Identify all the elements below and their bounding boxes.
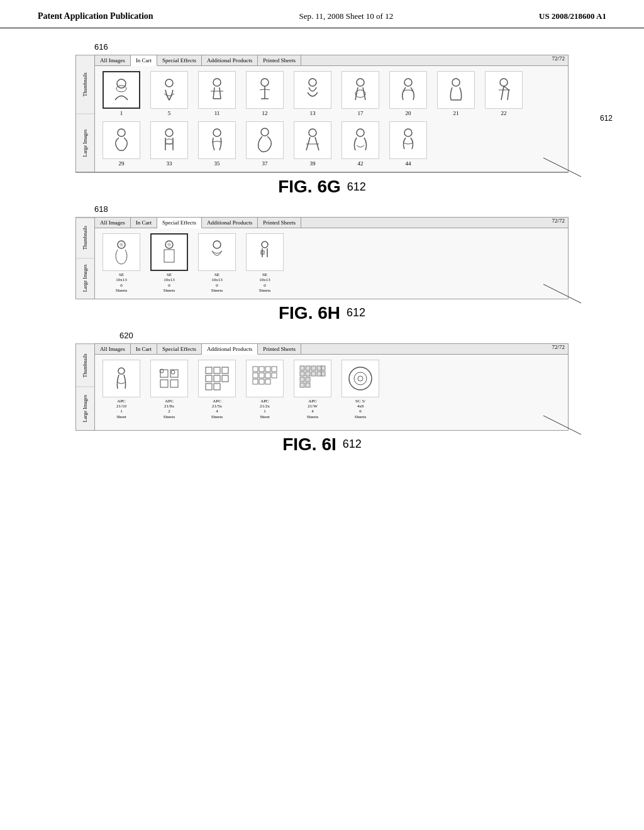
thumb-apc-2: APC21/8x2Sheets bbox=[148, 360, 191, 420]
thumb-22: 22 bbox=[482, 71, 525, 116]
tab-special-effects-6g[interactable]: Special Effects bbox=[157, 55, 202, 65]
svg-rect-38 bbox=[222, 367, 228, 374]
thumb-img-22 bbox=[485, 71, 523, 109]
thumb-39: 39 bbox=[291, 121, 334, 167]
svg-point-14 bbox=[213, 129, 221, 136]
thumb-img-37 bbox=[246, 121, 284, 159]
svg-point-71 bbox=[358, 376, 363, 381]
callout-616: 616 bbox=[94, 42, 108, 52]
tab-printed-sheets-6i[interactable]: Printed Sheets bbox=[258, 344, 301, 354]
svg-rect-34 bbox=[160, 380, 168, 387]
sidebar-6h: Thumbnails Large Images bbox=[76, 218, 95, 299]
thumb-img-se-2 bbox=[150, 233, 188, 271]
svg-point-29 bbox=[118, 368, 125, 374]
thumb-label-se-3: SE10x130Sheets bbox=[211, 272, 223, 294]
svg-point-17 bbox=[357, 129, 364, 136]
svg-rect-44 bbox=[253, 367, 258, 372]
thumb-img-20 bbox=[389, 71, 427, 109]
thumb-num-5: 5 bbox=[168, 110, 171, 116]
tab-in-cart-6h[interactable]: In Cart bbox=[131, 218, 157, 228]
svg-point-10 bbox=[500, 79, 508, 86]
svg-rect-52 bbox=[253, 379, 258, 384]
thumb-label-apc-4: APC21/2x1Sheet bbox=[260, 399, 270, 420]
thumb-img-se-3 bbox=[198, 233, 236, 271]
tab-in-cart-6i[interactable]: In Cart bbox=[131, 344, 157, 354]
panel-6h-wrapper: Thumbnails Large Images All Images In Ca… bbox=[38, 217, 606, 299]
svg-rect-39 bbox=[206, 375, 212, 382]
thumb-img-1 bbox=[103, 71, 140, 109]
thumb-se-2: SE10x130Sheets bbox=[148, 233, 191, 294]
callout-line-6h bbox=[543, 284, 594, 312]
sidebar-thumbnails-6h: Thumbnails bbox=[76, 218, 94, 258]
svg-line-72 bbox=[543, 416, 581, 434]
thumb-img-39 bbox=[294, 121, 331, 159]
svg-point-9 bbox=[452, 79, 460, 86]
thumb-5: 5 bbox=[148, 71, 191, 116]
svg-rect-63 bbox=[317, 372, 321, 376]
thumb-num-44: 44 bbox=[406, 160, 411, 167]
svg-rect-53 bbox=[259, 379, 264, 384]
svg-point-25 bbox=[213, 241, 221, 248]
thumb-12: 12 bbox=[243, 71, 286, 116]
svg-rect-46 bbox=[265, 367, 270, 372]
thumb-num-12: 12 bbox=[262, 110, 268, 116]
tab-special-effects-6i[interactable]: Special Effects bbox=[157, 344, 202, 354]
figure-6i-block: 620 Thumbnails Large Images All Images I… bbox=[38, 329, 606, 455]
svg-rect-65 bbox=[300, 377, 304, 382]
tabs-6h: All Images In Cart Special Effects Addit… bbox=[95, 218, 568, 228]
thumb-num-13: 13 bbox=[310, 110, 316, 116]
svg-rect-41 bbox=[222, 375, 228, 382]
svg-point-33 bbox=[171, 370, 175, 374]
svg-rect-23 bbox=[164, 250, 174, 262]
svg-rect-42 bbox=[206, 384, 212, 390]
svg-point-70 bbox=[354, 372, 367, 385]
count-6i: 72/72 bbox=[552, 344, 568, 354]
thumb-num-29: 29 bbox=[119, 160, 125, 167]
tab-all-images-6g[interactable]: All Images bbox=[95, 55, 131, 65]
tab-special-effects-6h[interactable]: Special Effects bbox=[157, 218, 202, 228]
tab-additional-products-6g[interactable]: Additional Products bbox=[202, 55, 258, 65]
svg-point-6 bbox=[357, 79, 364, 86]
thumb-se-1: SE10x130Sheets bbox=[100, 233, 143, 294]
svg-rect-48 bbox=[253, 373, 258, 378]
panel-6i-wrapper: Thumbnails Large Images All Images In Ca… bbox=[38, 343, 606, 431]
tab-printed-sheets-6h[interactable]: Printed Sheets bbox=[258, 218, 301, 228]
svg-point-1 bbox=[116, 86, 126, 92]
thumb-img-se-1 bbox=[103, 233, 140, 271]
thumb-apc-1: APC21/101Sheet bbox=[100, 360, 143, 420]
svg-rect-55 bbox=[300, 366, 304, 370]
tab-in-cart-6g[interactable]: In Cart bbox=[131, 55, 157, 66]
thumb-num-35: 35 bbox=[214, 160, 220, 167]
fig-6h-label: FIG. 6H bbox=[279, 303, 340, 323]
tab-all-images-6i[interactable]: All Images bbox=[95, 344, 131, 354]
svg-point-15 bbox=[261, 128, 269, 136]
ui-panel-6g: Thumbnails Large Images All Images In Ca… bbox=[75, 55, 569, 173]
fig-6i-callout: 612 bbox=[343, 438, 362, 451]
svg-rect-59 bbox=[321, 366, 325, 370]
callout-618: 618 bbox=[94, 204, 108, 214]
main-content: 616 612 Thumbnails Large Images All Imag… bbox=[0, 28, 644, 473]
svg-point-21 bbox=[119, 243, 123, 246]
thumb-img-33 bbox=[150, 121, 188, 159]
svg-rect-61 bbox=[306, 372, 310, 376]
tab-all-images-6h[interactable]: All Images bbox=[95, 218, 131, 228]
fig-6g-label: FIG. 6G bbox=[278, 177, 341, 197]
svg-rect-50 bbox=[265, 373, 270, 378]
fig-6h-callout: 612 bbox=[347, 306, 365, 319]
thumb-sc-1: SC 5/4x86Sheets bbox=[339, 360, 382, 420]
thumb-img-sc-1 bbox=[341, 360, 379, 397]
svg-point-18 bbox=[404, 129, 412, 136]
svg-rect-43 bbox=[214, 384, 220, 390]
tab-printed-sheets-6g[interactable]: Printed Sheets bbox=[258, 55, 301, 65]
thumb-img-apc-1 bbox=[103, 360, 140, 397]
thumb-img-apc-2 bbox=[150, 360, 188, 397]
thumb-42: 42 bbox=[339, 121, 382, 167]
thumb-29: 29 bbox=[100, 121, 143, 167]
svg-line-28 bbox=[543, 284, 581, 303]
svg-rect-36 bbox=[206, 367, 212, 374]
svg-line-19 bbox=[543, 158, 581, 177]
svg-point-4 bbox=[261, 79, 269, 86]
thumb-33: 33 bbox=[148, 121, 191, 167]
tab-additional-products-6i[interactable]: Additional Products bbox=[202, 344, 258, 355]
tab-additional-products-6h[interactable]: Additional Products bbox=[202, 218, 258, 228]
